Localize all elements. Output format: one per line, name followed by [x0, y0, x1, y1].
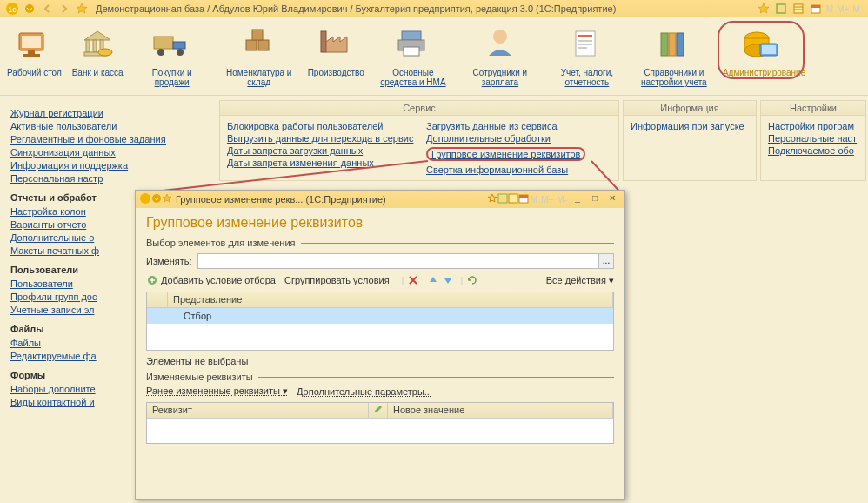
side-scheduled-jobs[interactable]: Регламентные и фоновые задания — [10, 134, 166, 145]
modal-logo-icon — [139, 192, 151, 206]
section-select: Выбор элементов для изменения — [146, 238, 614, 248]
dropdown-icon[interactable] — [23, 2, 37, 16]
star-icon[interactable] — [75, 2, 89, 16]
tool-ref[interactable]: Справочники и настройки учета — [631, 21, 718, 89]
side-personal[interactable]: Персональная настр — [10, 173, 206, 184]
side-support[interactable]: Информация и поддержка — [10, 160, 206, 171]
tool-prod[interactable]: Производство — [303, 21, 370, 79]
svc-export[interactable]: Выгрузить данные для перехода в сервис — [227, 133, 412, 144]
attrs-grid[interactable]: Реквизит Новое значение — [146, 402, 614, 444]
modal-m[interactable]: M — [531, 195, 537, 205]
tool-stock-label: Номенклатура и склад — [221, 68, 297, 87]
up-icon[interactable] — [427, 274, 439, 286]
svg-rect-34 — [578, 47, 587, 49]
change-label: Изменять: — [146, 256, 192, 266]
svc-block[interactable]: Блокировка работы пользователей — [227, 121, 412, 131]
grid-cell-1: Отбор — [168, 309, 217, 323]
m-icon[interactable]: M — [826, 4, 833, 14]
tool-bank[interactable]: Банк и касса — [67, 21, 129, 79]
group-filter-button[interactable]: Сгруппировать условия — [284, 275, 390, 285]
calendar-icon[interactable] — [809, 2, 823, 16]
svc-groupedit[interactable]: Групповое изменение реквизитов — [426, 147, 585, 161]
service-col2: Загрузить данные из сервиса Дополнительн… — [419, 116, 618, 180]
modal-mm[interactable]: M- — [557, 195, 567, 205]
delete-icon[interactable] — [407, 274, 419, 286]
svc-extraproc[interactable]: Дополнительные обработки — [426, 133, 611, 144]
side-journal[interactable]: Журнал регистрации — [10, 108, 206, 118]
all-actions-button[interactable]: Все действия ▾ — [546, 275, 614, 286]
svg-point-29 — [493, 30, 507, 44]
modal-win-icon[interactable] — [497, 193, 508, 205]
svg-rect-22 — [246, 40, 257, 50]
info-startup[interactable]: Информация при запуске — [631, 121, 749, 131]
prev-changed-link[interactable]: Ранее измененные реквизиты ▾ — [146, 386, 288, 397]
grid-hdr-repr: Представление — [168, 292, 613, 307]
tool-desktop[interactable]: Рабочий стол — [2, 21, 67, 79]
tool-stock[interactable]: Номенклатура и склад — [216, 21, 303, 89]
boxes-icon — [237, 23, 281, 66]
modal-star-icon[interactable] — [162, 193, 172, 205]
svg-rect-31 — [578, 35, 592, 37]
change-picker-button[interactable]: ... — [598, 253, 614, 269]
modal-heading: Групповое изменение реквизитов — [146, 215, 614, 231]
modal-max-icon[interactable]: □ — [587, 193, 603, 205]
section-attrs: Изменяемые реквизиты — [146, 372, 614, 382]
tool-hr-label: Сотрудники и зарплата — [462, 68, 538, 87]
svg-rect-32 — [578, 40, 592, 42]
modal-mp[interactable]: M+ — [541, 195, 553, 205]
tool-sales[interactable]: Покупки и продажи — [129, 21, 216, 89]
svg-rect-4 — [794, 4, 803, 13]
m-minus-icon[interactable]: M- — [852, 4, 863, 14]
side-sync[interactable]: Синхронизация данных — [10, 147, 206, 158]
tool-assets[interactable]: Основные средства и НМА — [370, 21, 457, 89]
down-icon[interactable] — [442, 274, 454, 286]
svc-loaddates[interactable]: Даты запрета загрузки данных — [227, 145, 412, 156]
modal-cal-icon[interactable] — [518, 193, 529, 205]
bank-icon — [76, 23, 119, 66]
svg-rect-11 — [28, 50, 35, 54]
svg-rect-24 — [252, 30, 263, 40]
set-pers[interactable]: Персональные наст — [768, 133, 858, 144]
m-plus-icon[interactable]: M+ — [837, 4, 849, 14]
tool-hr[interactable]: Сотрудники и зарплата — [457, 21, 544, 89]
set-prog[interactable]: Настройки програм — [768, 121, 858, 131]
svg-point-2 — [25, 4, 34, 13]
tool-tax[interactable]: Учет, налоги, отчетность — [544, 21, 631, 89]
filter-grid[interactable]: Представление Отбор — [146, 292, 614, 351]
change-input[interactable] — [197, 253, 599, 269]
desktop-icon — [12, 23, 56, 66]
modal-drop-icon[interactable] — [151, 193, 162, 205]
tool-assets-label: Основные средства и НМА — [375, 68, 451, 87]
refresh-icon[interactable] — [466, 274, 478, 286]
nav-fwd-icon[interactable] — [57, 2, 71, 16]
extra-params-link[interactable]: Дополнительные параметры... — [297, 386, 432, 397]
svg-rect-26 — [402, 31, 421, 40]
tool-tax-label: Учет, налоги, отчетность — [549, 68, 625, 87]
person-icon — [478, 23, 522, 66]
svg-rect-8 — [811, 5, 820, 8]
set-equip[interactable]: Подключаемое обо — [768, 145, 858, 156]
side-active-users[interactable]: Активные пользователи — [10, 121, 206, 131]
tool-admin-label: Администрирование — [723, 68, 799, 77]
service-title: Сервис — [220, 101, 618, 116]
svc-rollup[interactable]: Свертка информационной базы — [426, 164, 611, 175]
window-icon[interactable] — [774, 2, 788, 16]
grid-row-1[interactable]: Отбор — [147, 308, 613, 324]
tool-admin[interactable]: Администрирование — [718, 21, 805, 79]
tool-sales-label: Покупки и продажи — [134, 68, 210, 87]
svc-editdates[interactable]: Даты запрета изменения данных — [227, 158, 412, 168]
add-filter-button[interactable]: Добавить условие отбора — [146, 274, 276, 286]
svg-rect-48 — [498, 194, 507, 203]
svg-rect-33 — [578, 44, 592, 45]
star2-icon[interactable] — [757, 2, 771, 16]
titlebar: 1c Демонстрационная база / Абдулов Юрий … — [0, 0, 868, 17]
calc-icon[interactable] — [791, 2, 805, 16]
svg-point-47 — [152, 194, 161, 203]
modal-close-icon[interactable]: ✕ — [604, 193, 620, 205]
svc-import[interactable]: Загрузить данные из сервиса — [426, 121, 611, 131]
modal-min-icon[interactable]: _ — [570, 193, 585, 205]
nav-back-icon[interactable] — [40, 2, 54, 16]
modal-calc-icon[interactable] — [508, 193, 518, 205]
modal-star2-icon[interactable] — [487, 193, 497, 205]
tool-ref-label: Справочники и настройки учета — [636, 68, 712, 87]
